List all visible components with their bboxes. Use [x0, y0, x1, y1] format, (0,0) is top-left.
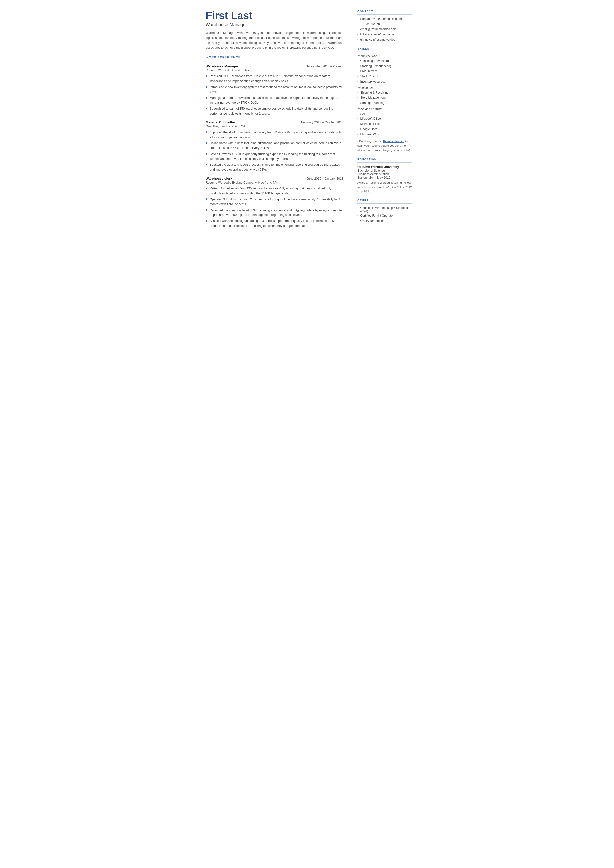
tool-googledocs: Google Docs: [357, 128, 412, 132]
bullet-icon: [206, 153, 208, 155]
work-experience-title: WORK EXPERIENCE: [206, 56, 343, 59]
work-divider: [206, 61, 343, 61]
left-column: First Last Warehouse Manager Warehouse M…: [196, 0, 352, 314]
skills-section: SKILLS Technical Skills: Coaching (Advan…: [357, 47, 412, 152]
job-1-bullet-2: Introduced 2 new inventory systems that …: [206, 85, 343, 95]
contact-github: github.com/resumeworded: [357, 38, 412, 42]
header-title: Warehouse Manager: [206, 22, 343, 28]
bullet-icon: [206, 86, 208, 88]
tool-msword: Microsoft Word: [357, 132, 412, 137]
other-section: OTHER Certified in Warehousing & Distrib…: [357, 199, 412, 223]
technical-skills-list: Coaching (Advanced) Stocking (Experience…: [357, 59, 412, 84]
job-3-header: Warehouse clerk June 2010 – January 2013: [206, 177, 343, 180]
skill-coaching: Coaching (Advanced): [357, 59, 412, 63]
edu-field: Business Administration: [357, 173, 412, 176]
other-label: OTHER: [357, 199, 412, 202]
job-1-header: Warehouse Manager November 2015 – Presen…: [206, 64, 343, 68]
resume-page: First Last Warehouse Manager Warehouse M…: [196, 0, 418, 314]
bullet-icon: [206, 75, 208, 77]
education-section: EDUCATION Resume Worded University Bache…: [357, 158, 412, 193]
job-3-dates: June 2010 – January 2013: [307, 177, 343, 180]
job-1-bullet-1: Reduced OSHA violations from 7 in 2 year…: [206, 74, 343, 84]
right-column: CONTACT Portland, ME (Open to Remote) +1…: [352, 0, 418, 314]
job-3-title: Warehouse clerk: [206, 177, 233, 180]
bullet-icon: [206, 107, 208, 109]
header-summary: Warehouse Manager with over 10 years of …: [206, 30, 343, 50]
job-3: Warehouse clerk June 2010 – January 2013…: [206, 177, 343, 228]
job-2: Material Controller February 2013 – Octo…: [206, 120, 343, 172]
education-divider: [357, 162, 412, 163]
job-3-bullet-3: Recorded the inventory level of 3K incom…: [206, 208, 343, 218]
promo-link[interactable]: Resume Worded: [383, 140, 405, 143]
job-3-bullet-4: Assisted with the loading/unloading of 3…: [206, 219, 343, 228]
tool-sap: SAP: [357, 112, 412, 116]
bullet-icon: [206, 188, 208, 189]
job-2-bullet-2: Collaborated with 7 units including purc…: [206, 141, 343, 151]
tool-excel: Microsoft Excel: [357, 122, 412, 126]
edu-degree: Bachelor of Science: [357, 169, 412, 173]
contact-section: CONTACT Portland, ME (Open to Remote) +1…: [357, 10, 412, 42]
other-osha: OSHA 10 Certified.: [357, 219, 412, 223]
job-1-title: Warehouse Manager: [206, 64, 238, 68]
job-2-bullets: Improved the stockroom issuing accuracy …: [206, 130, 343, 172]
edu-awards: Awards: Resume Worded Teaching Fellow (o…: [357, 180, 412, 193]
header-name: First Last: [206, 10, 343, 21]
bullet-icon: [206, 142, 208, 144]
bullet-icon: [206, 209, 208, 211]
job-1-bullet-4: Supervised a team of 350 warehouse emplo…: [206, 106, 343, 116]
bullet-icon: [206, 198, 208, 200]
bullet-icon: [206, 97, 208, 99]
contact-linkedin: linkedin.com/in/username: [357, 33, 412, 37]
technique-strategic: Strategic Planning: [357, 101, 412, 105]
job-1-dates: November 2015 – Present: [307, 65, 343, 68]
contact-list: Portland, ME (Open to Remote) +1-234-456…: [357, 17, 412, 42]
techniques-label: Techniques:: [357, 86, 412, 90]
job-2-dates: February 2013 – October 2015: [301, 121, 343, 124]
job-1-company: Resume Worded, New York, NY: [206, 68, 343, 72]
contact-label: CONTACT: [357, 10, 412, 13]
tool-msoffice: Microsoft Office: [357, 117, 412, 121]
job-2-title: Material Controller: [206, 120, 235, 124]
technique-shipping: Shipping & Receiving: [357, 91, 412, 95]
job-2-company: Growthsi, San Francisco, CA: [206, 124, 343, 128]
job-1-bullets: Reduced OSHA violations from 7 in 2 year…: [206, 74, 343, 116]
contact-location: Portland, ME (Open to Remote): [357, 17, 412, 21]
skill-inventory-accuracy: Inventory Accuracy: [357, 80, 412, 84]
other-divider: [357, 203, 412, 204]
job-3-bullet-1: Vetted 12K deliveries from 250 vendors b…: [206, 186, 343, 196]
job-3-bullets: Vetted 12K deliveries from 250 vendors b…: [206, 186, 343, 228]
job-3-company: Resume Worded's Exciting Company, New Yo…: [206, 181, 343, 184]
contact-phone: +1-234-456-789: [357, 22, 412, 26]
education-label: EDUCATION: [357, 158, 412, 161]
job-2-header: Material Controller February 2013 – Octo…: [206, 120, 343, 124]
technical-skills-label: Technical Skills:: [357, 54, 412, 58]
job-1: Warehouse Manager November 2015 – Presen…: [206, 64, 343, 116]
skills-label: SKILLS: [357, 47, 412, 50]
work-experience-section: WORK EXPERIENCE Warehouse Manager Novemb…: [206, 56, 343, 228]
job-1-bullet-3: Managed a team of 78 warehouse associate…: [206, 96, 343, 105]
bullet-icon: [206, 164, 208, 165]
bullet-icon: [206, 220, 208, 222]
edu-university: Resume Worded University: [357, 165, 412, 169]
tools-label: Tools and Software:: [357, 107, 412, 111]
skill-stock-control: Stock Control: [357, 75, 412, 79]
skill-stocking: Stocking (Experienced): [357, 64, 412, 68]
technique-store: Store Management: [357, 96, 412, 100]
promo-text: • Don't forget to use Resume Worded to s…: [357, 139, 412, 152]
bullet-icon: [206, 131, 208, 133]
skill-procurement: Procurement: [357, 70, 412, 74]
edu-location: Boston, MA — May 2010: [357, 176, 412, 179]
tools-list: SAP Microsoft Office Microsoft Excel Goo…: [357, 112, 412, 137]
techniques-list: Shipping & Receiving Store Management St…: [357, 91, 412, 105]
job-2-bullet-1: Improved the stockroom issuing accuracy …: [206, 130, 343, 140]
job-3-bullet-2: Operated 3 forklifts to move 72.5K produ…: [206, 197, 343, 207]
other-cwi: Certified in Warehousing & Distribution …: [357, 206, 412, 213]
other-list: Certified in Warehousing & Distribution …: [357, 206, 412, 223]
contact-divider: [357, 14, 412, 15]
promo-before: • Don't forget to use: [357, 140, 383, 143]
job-2-bullet-3: Saved Growthsi $720K in quarterly trucki…: [206, 152, 343, 162]
job-2-bullet-4: Boosted the data and report processing t…: [206, 163, 343, 172]
other-forklift: Certified Forklift Operator: [357, 214, 412, 218]
contact-email: email@resumeworded.com: [357, 28, 412, 32]
